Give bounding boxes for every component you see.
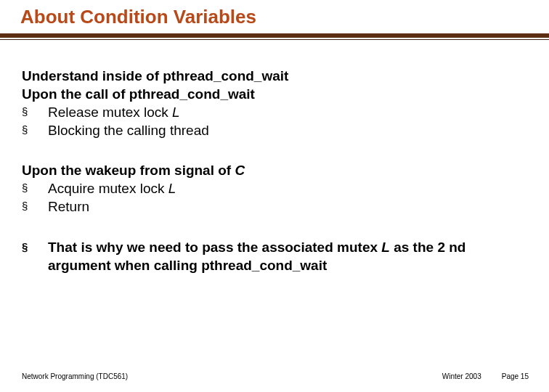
bullet-item: § Return: [22, 197, 523, 216]
slide-footer: Network Programming (TDC561) Winter 2003…: [22, 372, 529, 380]
section1-heading1: Understand inside of pthread_cond_wait: [22, 67, 523, 85]
bullet-text: Release mutex lock L: [48, 103, 523, 121]
section2-heading: Upon the wakeup from signal of C: [22, 161, 523, 179]
bullet-text: Return: [48, 197, 523, 216]
text-part: Release mutex lock: [48, 105, 172, 120]
section1-heading2: Upon the call of pthread_cond_wait: [22, 85, 523, 103]
bullet-text: That is why we need to pass the associat…: [48, 238, 523, 274]
slide-title: About Condition Variables: [20, 6, 256, 28]
footer-mid: Winter 2003: [442, 372, 481, 380]
bullet-item: § That is why we need to pass the associ…: [22, 238, 523, 274]
text-emphasis: L: [172, 105, 180, 120]
text-emphasis: C: [235, 163, 245, 178]
text-part: That is why we need to pass the associat…: [48, 240, 381, 255]
text-part: Acquire mutex lock: [48, 181, 168, 196]
footer-right: Page 15: [502, 372, 529, 380]
bullet-marker: §: [22, 179, 48, 197]
slide-content: Understand inside of pthread_cond_wait U…: [22, 67, 523, 274]
text-emphasis: L: [168, 181, 176, 196]
footer-left: Network Programming (TDC561): [22, 372, 128, 380]
bullet-text: Acquire mutex lock L: [48, 179, 523, 197]
text-emphasis: L: [381, 240, 390, 255]
bullet-marker: §: [22, 121, 48, 139]
bullet-marker: §: [22, 103, 48, 121]
title-rule-thin: [0, 39, 549, 40]
bullet-text: Blocking the calling thread: [48, 121, 523, 139]
bullet-item: § Blocking the calling thread: [22, 121, 523, 139]
title-rule-thick: [0, 33, 549, 38]
bullet-item: § Acquire mutex lock L: [22, 179, 523, 197]
bullet-marker: §: [22, 238, 48, 256]
bullet-marker: §: [22, 197, 48, 215]
bullet-item: § Release mutex lock L: [22, 103, 523, 121]
text-part: Upon the wakeup from signal of: [22, 163, 235, 178]
